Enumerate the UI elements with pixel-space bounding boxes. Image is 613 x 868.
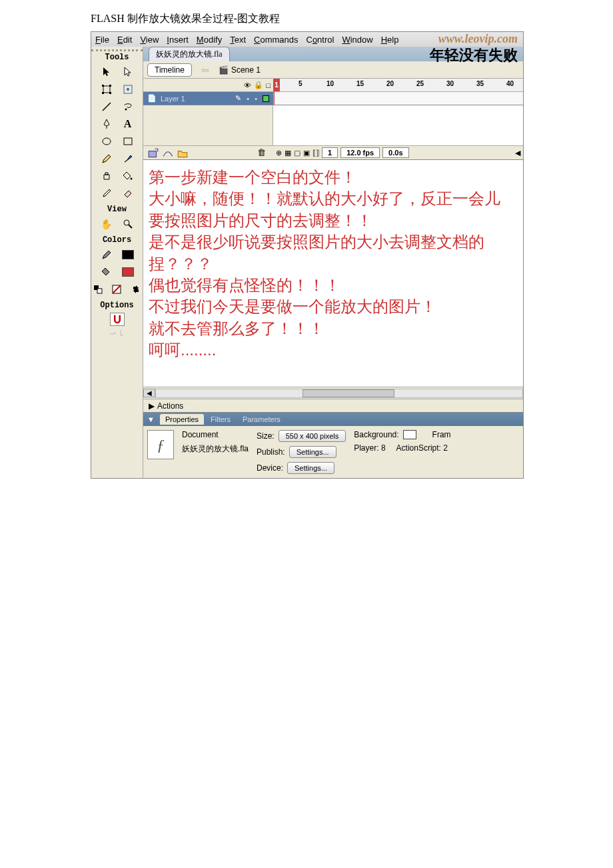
rectangle-tool-icon[interactable]	[120, 135, 136, 148]
menu-window[interactable]: Window	[342, 35, 372, 45]
scroll-left-icon[interactable]: ◀	[515, 149, 520, 157]
scroll-left-button-icon[interactable]: ◀	[143, 389, 155, 397]
options-section-header: Options	[91, 298, 143, 311]
swap-colors-icon[interactable]	[129, 283, 143, 296]
menu-modify[interactable]: Modify	[197, 35, 222, 45]
tools-panel: Tools A View ✋ Colors	[91, 47, 143, 478]
fill-color-swatch[interactable]	[120, 265, 136, 279]
eyedropper-tool-icon[interactable]	[99, 187, 115, 200]
selection-tool-icon[interactable]	[99, 65, 115, 79]
svg-line-13	[129, 225, 132, 228]
eraser-tool-icon[interactable]	[120, 187, 136, 200]
gradient-transform-tool-icon[interactable]	[120, 83, 136, 96]
add-motion-guide-icon[interactable]	[162, 147, 174, 158]
background-label: Background:	[354, 430, 398, 439]
stage-text-line: 捏？？？	[149, 253, 518, 275]
flash-app-window: File Edit View Insert Modify Text Comman…	[91, 31, 524, 479]
default-colors-icon[interactable]	[91, 283, 105, 296]
menu-view[interactable]: View	[140, 35, 159, 45]
tab-filters[interactable]: Filters	[205, 414, 236, 425]
layer-visible-dot-icon[interactable]: •	[247, 95, 249, 103]
file-tab[interactable]: 妖妖灵的放大镜.fla	[149, 47, 230, 61]
stroke-color-swatch[interactable]	[120, 248, 136, 261]
timeline-ruler: 👁 🔒 □ 1 5 10 15 20 25 30 35 40	[143, 79, 523, 92]
svg-rect-3	[102, 92, 104, 94]
modify-markers-icon[interactable]: ⟦⟧	[312, 149, 319, 157]
svg-point-12	[124, 220, 129, 225]
menu-file[interactable]: File	[95, 35, 109, 45]
paint-bucket-tool-icon[interactable]	[120, 169, 136, 183]
view-section-header: View	[91, 202, 143, 215]
ink-bottle-tool-icon[interactable]	[99, 169, 115, 183]
menu-edit[interactable]: Edit	[117, 35, 132, 45]
expand-arrow-icon: ▶	[149, 401, 155, 411]
pencil-tool-icon[interactable]	[99, 152, 115, 165]
center-frame-icon[interactable]: ⊕	[276, 149, 282, 157]
edit-multiple-icon[interactable]: ▣	[303, 149, 310, 157]
svg-point-8	[125, 109, 127, 111]
tick-20: 20	[386, 80, 394, 87]
menu-commands[interactable]: Commands	[254, 35, 298, 45]
onion-skin-icon[interactable]: ▦	[285, 149, 291, 157]
layer-lock-dot-icon[interactable]: •	[255, 95, 257, 103]
scene-breadcrumb[interactable]: 🎬 Scene 1	[219, 65, 261, 75]
scrollbar-thumb[interactable]	[303, 389, 394, 397]
onion-outline-icon[interactable]: ▢	[294, 149, 301, 157]
insert-folder-icon[interactable]	[177, 147, 189, 158]
document-tab-bar: 妖妖灵的放大镜.fla 年轻没有失败	[143, 47, 523, 61]
frame-ruler[interactable]: 1 5 10 15 20 25 30 35 40	[273, 79, 523, 91]
subselection-tool-icon[interactable]	[120, 65, 136, 79]
tab-properties[interactable]: Properties	[160, 414, 204, 425]
snap-option-icon[interactable]	[110, 313, 125, 326]
document-label: Document	[182, 430, 249, 439]
text-tool-icon[interactable]: A	[120, 117, 136, 131]
pen-tool-icon[interactable]	[99, 117, 115, 131]
back-arrow-icon[interactable]: ⇦	[196, 65, 215, 75]
actions-label: Actions	[157, 401, 183, 411]
layer-active-pen-icon: ✎	[235, 94, 241, 103]
tick-25: 25	[416, 80, 424, 87]
frame-rate-label: Fram	[432, 430, 451, 439]
hand-tool-icon[interactable]: ✋	[99, 217, 115, 231]
timeline-footer: 🗑 ⊕ ▦ ▢ ▣ ⟦⟧ 1 12.0 fps 0.0s ◀	[143, 145, 523, 160]
timeline-button[interactable]: Timeline	[147, 63, 192, 77]
layer-frames-track[interactable]	[273, 92, 523, 105]
svg-rect-0	[103, 86, 110, 93]
stage-text-line: 就不去管那么多了！！！	[149, 318, 518, 339]
oval-tool-icon[interactable]	[99, 135, 115, 148]
option-faded-icon: ⤻ ⤹	[91, 327, 143, 339]
layer-row[interactable]: 📄 Layer 1 ✎ • •	[143, 92, 523, 105]
stage-canvas[interactable]: 第一步新建一个空白的文件！ 大小嘛，随便！！就默认的大小好了，反正一会儿 要按照…	[143, 160, 523, 387]
tick-40: 40	[506, 80, 514, 87]
free-transform-tool-icon[interactable]	[99, 83, 115, 96]
tab-parameters[interactable]: Parameters	[237, 414, 286, 425]
playhead[interactable]	[274, 79, 275, 105]
device-label: Device:	[257, 463, 283, 473]
document-title: FLASH 制作放大镜效果全过程-图文教程	[0, 0, 613, 31]
menu-insert[interactable]: Insert	[167, 35, 189, 45]
lock-icon[interactable]: 🔒	[254, 81, 263, 89]
background-swatch[interactable]	[403, 430, 416, 439]
layer-outline-swatch[interactable]	[263, 95, 269, 102]
stage-text-line: 要按照图片的尺寸的去调整！！	[149, 210, 518, 231]
stage-text-line: 不过我们今天是要做一个能放大的图片！	[149, 296, 518, 317]
brush-tool-icon[interactable]	[120, 152, 136, 165]
collapse-arrow-icon[interactable]: ▼	[147, 415, 155, 423]
device-settings-button[interactable]: Settings...	[287, 462, 334, 474]
lasso-tool-icon[interactable]	[120, 100, 136, 113]
outline-icon[interactable]: □	[266, 81, 271, 89]
tools-header: Tools	[91, 49, 143, 63]
horizontal-scrollbar[interactable]: ◀	[143, 387, 523, 399]
zoom-tool-icon[interactable]	[120, 217, 136, 231]
eye-icon[interactable]: 👁	[244, 81, 251, 89]
no-color-icon[interactable]	[110, 283, 123, 296]
menu-text[interactable]: Text	[230, 35, 246, 45]
menu-control[interactable]: Control	[306, 35, 334, 45]
size-button[interactable]: 550 x 400 pixels	[279, 430, 346, 442]
insert-layer-icon[interactable]	[147, 147, 159, 158]
publish-settings-button[interactable]: Settings...	[289, 446, 336, 458]
menu-help[interactable]: Help	[381, 35, 399, 45]
delete-layer-icon[interactable]: 🗑	[257, 147, 269, 158]
line-tool-icon[interactable]	[99, 100, 115, 113]
actions-panel-header[interactable]: ▶ Actions	[143, 399, 523, 412]
